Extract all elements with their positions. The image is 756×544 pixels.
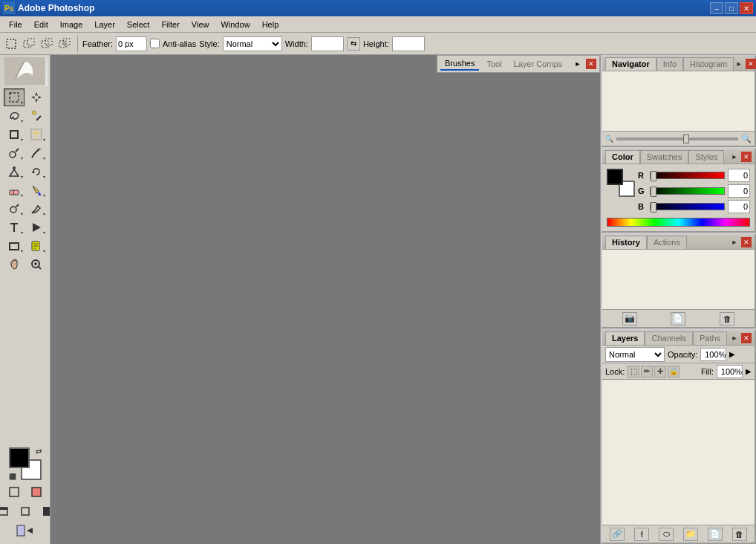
new-snapshot-btn[interactable]: 📷 — [622, 312, 637, 326]
healing-brush-tool[interactable]: ▾ — [4, 144, 25, 162]
menu-select[interactable]: Select — [121, 19, 156, 30]
fill-input[interactable] — [717, 365, 743, 378]
move-tool[interactable] — [26, 88, 47, 106]
width-input[interactable] — [311, 36, 344, 51]
hand-tool[interactable] — [4, 256, 25, 273]
styles-tab[interactable]: Styles — [688, 150, 724, 163]
menu-image[interactable]: Image — [54, 19, 89, 30]
height-input[interactable] — [392, 36, 425, 51]
menu-file[interactable]: File — [3, 19, 28, 30]
navigator-tab[interactable]: Navigator — [605, 57, 656, 71]
reset-colors-btn[interactable]: ⬛ — [9, 473, 16, 480]
style-select[interactable]: Normal Fixed Aspect Ratio Fixed Size — [223, 36, 282, 51]
swatches-tab[interactable]: Swatches — [640, 150, 689, 163]
layers-tab[interactable]: Layers — [605, 331, 645, 345]
g-slider-thumb[interactable] — [651, 187, 656, 197]
standard-mode-btn[interactable] — [4, 483, 25, 501]
zoom-out-icon[interactable]: 🔍 — [605, 135, 613, 143]
channels-tab[interactable]: Channels — [645, 331, 692, 345]
intersect-selection-btn[interactable] — [56, 36, 73, 52]
lock-all-btn[interactable]: 🔒 — [668, 366, 680, 378]
color-spectrum[interactable] — [607, 218, 750, 227]
navigator-zoom-slider[interactable] — [616, 137, 738, 140]
fg-color-box[interactable] — [607, 169, 623, 185]
add-style-btn[interactable]: f — [634, 528, 649, 541]
subtract-selection-btn[interactable] — [39, 36, 55, 52]
lock-transparent-btn[interactable]: ⬚ — [628, 366, 639, 378]
brushes-panel-menu-btn[interactable]: ► — [573, 59, 583, 69]
minimize-button[interactable]: – — [710, 2, 723, 14]
zoom-in-icon[interactable]: 🔍 — [741, 134, 752, 143]
lock-position-btn[interactable]: ✛ — [654, 366, 666, 378]
menu-edit[interactable]: Edit — [28, 19, 54, 30]
r-value[interactable]: 0 — [728, 169, 750, 182]
anti-alias-checkbox[interactable] — [150, 39, 160, 48]
navigator-panel-menu-btn[interactable]: ► — [734, 59, 744, 69]
menu-help[interactable]: Help — [256, 19, 285, 30]
window-controls[interactable]: – □ ✕ — [710, 2, 753, 14]
brushes-panel-close-btn[interactable]: ✕ — [586, 59, 596, 69]
slice-tool[interactable]: ▾ — [26, 126, 47, 143]
lasso-tool[interactable]: ▾ — [4, 107, 25, 125]
crop-tool[interactable]: ▾ — [4, 126, 25, 143]
new-layer-btn[interactable]: 📄 — [708, 528, 723, 541]
b-value[interactable]: 0 — [728, 200, 750, 213]
create-new-doc-btn[interactable]: 📄 — [671, 312, 685, 326]
paint-bucket-tool[interactable]: ▾ — [26, 181, 47, 199]
r-slider-track[interactable] — [650, 172, 725, 179]
clone-stamp-tool[interactable]: ▾ — [4, 163, 25, 181]
lock-pixels-btn[interactable]: ✏ — [641, 366, 653, 378]
type-tool[interactable]: ▾ — [4, 218, 25, 236]
r-slider-thumb[interactable] — [651, 171, 656, 181]
delete-history-btn[interactable]: 🗑 — [720, 312, 734, 326]
path-selection-tool[interactable]: ▾ — [26, 218, 47, 236]
layers-panel-close-btn[interactable]: ✕ — [741, 333, 752, 343]
histogram-tab[interactable]: Histogram — [683, 57, 734, 71]
menu-layer[interactable]: Layer — [88, 19, 121, 30]
tool-presets-tab[interactable]: Tool — [482, 58, 506, 70]
delete-layer-btn[interactable]: 🗑 — [732, 528, 747, 541]
b-slider-thumb[interactable] — [651, 202, 656, 213]
notes-tool[interactable]: ▾ — [26, 237, 47, 255]
quick-mask-btn[interactable] — [26, 483, 47, 501]
color-panel-menu-btn[interactable]: ► — [729, 152, 740, 162]
menu-window[interactable]: Window — [215, 19, 256, 30]
opacity-arrow[interactable]: ▶ — [729, 350, 735, 358]
opacity-input[interactable] — [700, 348, 726, 361]
layers-panel-menu-btn[interactable]: ► — [729, 333, 740, 343]
navigator-zoom-thumb[interactable] — [683, 135, 689, 143]
brushes-tab[interactable]: Brushes — [440, 57, 479, 71]
swap-colors-btn[interactable]: ⇄ — [36, 447, 42, 456]
fill-arrow[interactable]: ▶ — [746, 367, 752, 375]
new-selection-btn[interactable] — [3, 36, 19, 52]
color-panel-close-btn[interactable]: ✕ — [741, 152, 752, 162]
menu-filter[interactable]: Filter — [155, 19, 185, 30]
standard-screen-btn[interactable] — [0, 502, 13, 520]
feather-input[interactable] — [116, 36, 147, 51]
magic-wand-tool[interactable] — [26, 107, 47, 125]
navigator-panel-close-btn[interactable]: ✕ — [746, 59, 756, 69]
add-mask-btn[interactable]: ⬭ — [659, 528, 674, 541]
b-slider-track[interactable] — [650, 203, 725, 210]
info-tab[interactable]: Info — [656, 57, 683, 71]
history-brush-tool[interactable]: ▾ — [26, 163, 47, 181]
add-selection-btn[interactable] — [21, 36, 37, 52]
full-screen-btn[interactable] — [15, 502, 36, 520]
link-layers-btn[interactable]: 🔗 — [610, 528, 625, 541]
full-screen-nobars-btn[interactable] — [37, 502, 51, 520]
history-panel-menu-btn[interactable]: ► — [729, 237, 740, 247]
g-slider-track[interactable] — [650, 187, 725, 195]
g-value[interactable]: 0 — [728, 184, 750, 198]
swap-dimensions-btn[interactable]: ⇆ — [347, 37, 360, 51]
eraser-tool[interactable]: ▾ — [4, 181, 25, 199]
maximize-button[interactable]: □ — [725, 2, 738, 14]
history-tab[interactable]: History — [605, 236, 647, 249]
marquee-tool[interactable]: ▾ — [4, 88, 25, 106]
color-tab[interactable]: Color — [605, 150, 640, 163]
foreground-color[interactable] — [9, 447, 30, 468]
pen-tool[interactable]: ▾ — [26, 200, 47, 218]
dodge-tool[interactable]: ▾ — [4, 200, 25, 218]
new-group-btn[interactable]: 📁 — [683, 528, 698, 541]
close-button[interactable]: ✕ — [740, 2, 753, 14]
zoom-tool[interactable] — [26, 256, 47, 273]
